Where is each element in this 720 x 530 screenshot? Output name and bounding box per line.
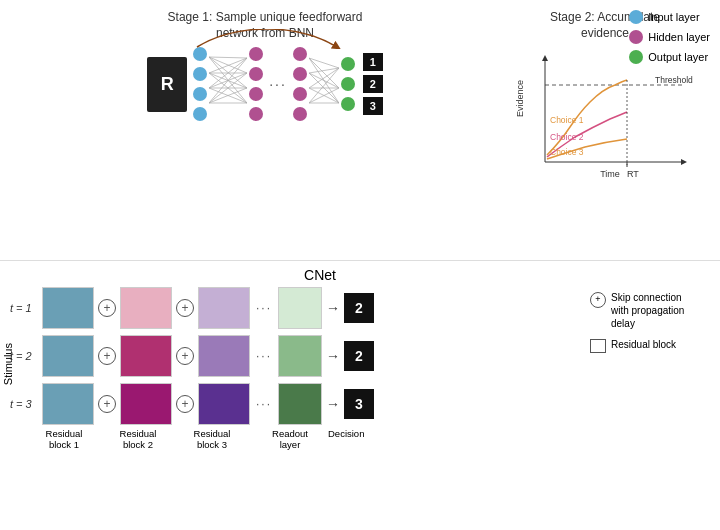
label-decision: Decision [328,428,364,439]
legend-dot-output [629,50,643,64]
plus-circle-1-t3: + [98,395,116,413]
plus-circle-2-t3: + [176,395,194,413]
output-neuron-2 [341,77,355,91]
hidden-neuron-3 [249,87,263,101]
residual-block-2-t3 [120,383,172,425]
output-neuron-1 [341,57,355,71]
residual-block-1-t3 [42,383,94,425]
t-label-3: t = 3 [10,398,38,410]
readout-t2 [278,335,322,377]
plus-circle-2-t2: + [176,347,194,365]
residual-block-1-t2 [42,335,94,377]
hidden2-neuron-1 [293,47,307,61]
legend-dot-input [629,10,643,24]
connections-1 [209,48,247,120]
legend: Input layer Hidden layer Output layer [629,10,710,64]
skip-connection-legend: + Skip connectionwith propagationdelay [590,291,710,330]
residual-block-legend: Residual block [590,338,710,353]
svg-text:RT: RT [627,169,639,179]
output-box-3: 3 [363,97,383,115]
svg-marker-40 [542,55,548,61]
arrow-t3: → [326,396,340,412]
dots-t2: ··· [256,349,272,363]
skip-circle-icon: + [590,292,606,308]
hidden-layer-2 [293,47,307,121]
t-label-1: t = 1 [10,302,38,314]
dots-t3: ··· [256,397,272,411]
svg-marker-41 [681,159,687,165]
decision-t2: 2 [344,341,374,371]
hidden-neuron-4 [249,107,263,121]
svg-line-0 [209,57,247,58]
legend-item-output: Output layer [629,50,710,64]
block-labels-row: Residualblock 1 Residualblock 2 Residual… [10,428,710,451]
legend-item-hidden: Hidden layer [629,30,710,44]
dots-t1: ··· [256,301,272,315]
stage1-area: Stage 1: Sample unique feedforwardnetwor… [10,10,490,260]
arrow-t2: → [326,348,340,364]
legend-label-input: Input layer [648,11,699,23]
hidden2-neuron-3 [293,87,307,101]
input-layer [193,47,207,121]
legend-dot-hidden [629,30,643,44]
t-label-2: t = 2 [10,350,38,362]
legend-label-output: Output layer [648,51,708,63]
label-res1: Residualblock 1 [38,428,90,451]
svg-line-16 [309,58,339,68]
residual-sq-icon [590,339,606,353]
label-res2: Residualblock 2 [112,428,164,451]
svg-text:Time: Time [600,169,620,179]
residual-block-2-t2 [120,335,172,377]
input-neuron-1 [193,47,207,61]
divider [0,260,720,261]
dots-middle: ··· [269,76,287,92]
residual-legend-label: Residual block [611,338,676,351]
hidden-neuron-1 [249,47,263,61]
residual-block-2-t1 [120,287,172,329]
output-neuron-3 [341,97,355,111]
hidden-layer-1 [249,47,263,121]
svg-text:Threshold: Threshold [655,75,693,85]
stage2-chart: Evidence Time RT Threshold Choice 1 Choi… [515,47,695,187]
hidden2-neuron-4 [293,107,307,121]
residual-block-3-t3 [198,383,250,425]
svg-text:Choice 2: Choice 2 [550,132,584,142]
top-section: Stage 1: Sample unique feedforwardnetwor… [0,0,720,260]
input-neuron-4 [193,107,207,121]
readout-t3 [278,383,322,425]
bottom-section: CNet Stimulus t = 1 + + ··· → 2 t = 2 + … [0,263,720,451]
output-box-2: 2 [363,75,383,93]
input-neuron-2 [193,67,207,81]
label-readout: Readoutlayer [268,428,312,451]
hidden2-neuron-2 [293,67,307,81]
plus-circle-1-t1: + [98,299,116,317]
arrow-t1: → [326,300,340,316]
plus-circle-2-t1: + [176,299,194,317]
stimulus-image-top: R [147,57,187,112]
output-layer [341,57,355,111]
residual-block-1-t1 [42,287,94,329]
legend-item-input: Input layer [629,10,710,24]
svg-line-19 [309,68,339,73]
readout-t1 [278,287,322,329]
plus-circle-1-t2: + [98,347,116,365]
decision-t3: 3 [344,389,374,419]
hidden-neuron-2 [249,67,263,81]
bottom-legend: + Skip connectionwith propagationdelay R… [590,291,710,353]
cnet-row-3: t = 3 + + ··· → 3 [10,383,710,425]
svg-text:Evidence: Evidence [515,80,525,117]
label-res3: Residualblock 3 [186,428,238,451]
input-neuron-3 [193,87,207,101]
output-box-1: 1 [363,53,383,71]
decision-t1: 2 [344,293,374,323]
svg-text:Choice 1: Choice 1 [550,115,584,125]
skip-legend-label: Skip connectionwith propagationdelay [611,291,684,330]
output-boxes: 1 2 3 [363,53,383,115]
residual-block-3-t2 [198,335,250,377]
legend-label-hidden: Hidden layer [648,31,710,43]
connections-2 [309,48,339,120]
svg-text:Choice 3: Choice 3 [550,147,584,157]
cnet-title: CNet [0,267,710,283]
residual-block-3-t1 [198,287,250,329]
